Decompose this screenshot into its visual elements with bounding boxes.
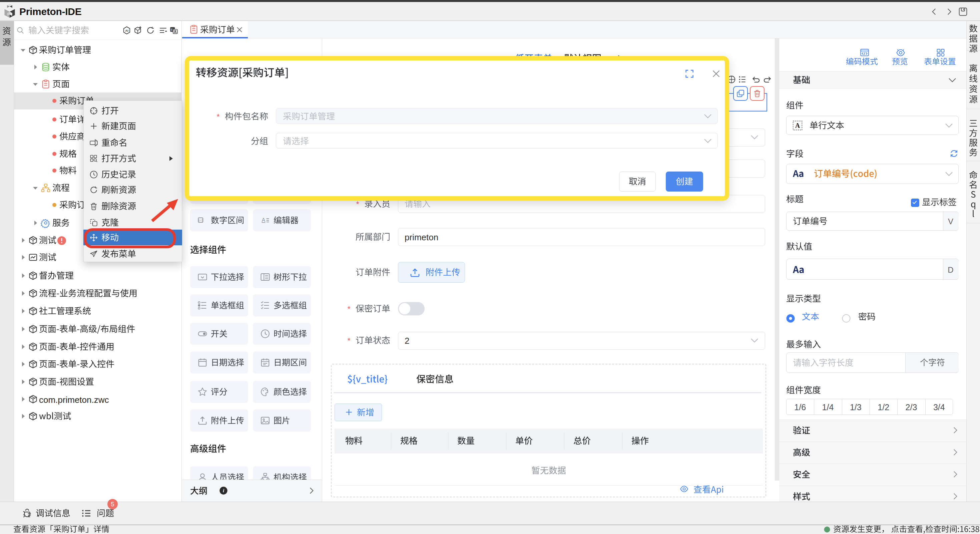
- svg-text:AI: AI: [125, 29, 129, 32]
- svg-text:1~3: 1~3: [198, 218, 203, 222]
- svg-text:A: A: [262, 217, 266, 223]
- svg-text:5: 5: [111, 501, 114, 508]
- svg-text:A: A: [795, 122, 800, 129]
